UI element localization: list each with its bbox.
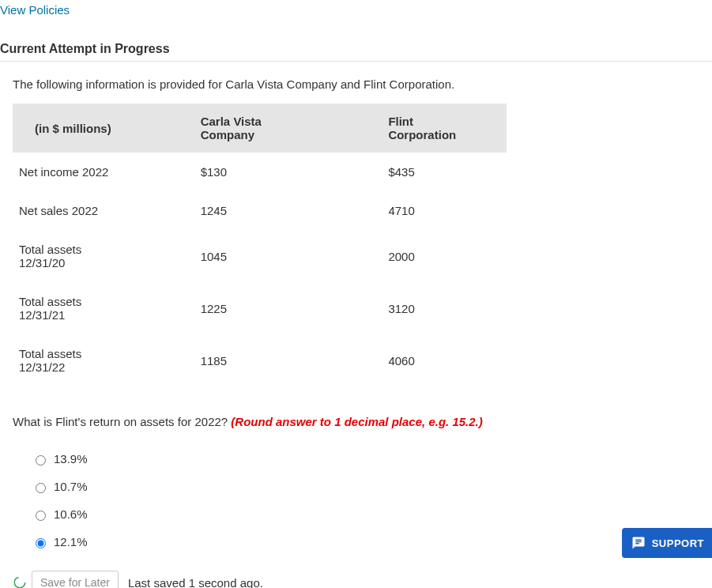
- row-value-b: 3120: [341, 282, 507, 334]
- row-value-a: 1185: [153, 334, 341, 386]
- question-content: The following information is provided fo…: [0, 61, 712, 548]
- option-row[interactable]: 13.9%: [32, 452, 699, 466]
- support-button[interactable]: SUPPORT: [622, 528, 712, 558]
- option-label: 10.7%: [54, 480, 88, 493]
- table-row: Net income 2022$130$435: [13, 153, 507, 191]
- financial-table: (in $ millions) Carla Vista Company Flin…: [13, 104, 507, 386]
- row-value-b: 4060: [341, 334, 507, 386]
- support-label: SUPPORT: [652, 537, 704, 549]
- intro-text: The following information is provided fo…: [13, 77, 699, 91]
- row-value-a: 1225: [153, 282, 341, 334]
- attempt-title: Current Attempt in Progress: [0, 42, 712, 56]
- chat-icon: [631, 536, 646, 550]
- option-label: 12.1%: [54, 535, 88, 548]
- option-row[interactable]: 10.6%: [32, 507, 699, 521]
- option-radio[interactable]: [36, 538, 46, 548]
- table-row: Total assets 12/31/2010452000: [13, 230, 507, 282]
- question-main: What is Flint's return on assets for 202…: [13, 415, 231, 428]
- answer-options: 13.9%10.7%10.6%12.1%: [13, 452, 699, 548]
- row-value-a: $130: [153, 153, 341, 191]
- option-label: 10.6%: [54, 507, 88, 521]
- table-row: Net sales 202212454710: [13, 191, 507, 230]
- row-label: Total assets 12/31/20: [13, 230, 153, 282]
- spinner-icon: [13, 575, 27, 588]
- table-header: Carla Vista Company: [153, 104, 341, 153]
- row-label: Net sales 2022: [13, 191, 153, 230]
- option-radio[interactable]: [36, 483, 46, 493]
- row-value-b: $435: [341, 153, 507, 191]
- save-status-text: Last saved 1 second ago.: [128, 576, 263, 589]
- row-label: Net income 2022: [13, 153, 153, 191]
- question-text: What is Flint's return on assets for 202…: [13, 415, 699, 428]
- table-row: Total assets 12/31/2211854060: [13, 334, 507, 386]
- option-row[interactable]: 12.1%: [32, 535, 699, 548]
- row-value-a: 1045: [153, 230, 341, 282]
- view-policies-link[interactable]: View Policies: [0, 0, 712, 17]
- table-header: Flint Corporation: [341, 104, 507, 153]
- table-header: (in $ millions): [13, 104, 153, 153]
- option-row[interactable]: 10.7%: [32, 480, 699, 493]
- row-value-b: 2000: [341, 230, 507, 282]
- option-radio[interactable]: [36, 511, 46, 521]
- row-label: Total assets 12/31/22: [13, 334, 153, 386]
- option-label: 13.9%: [54, 452, 88, 466]
- row-label: Total assets 12/31/21: [13, 282, 153, 334]
- question-hint: (Round answer to 1 decimal place, e.g. 1…: [231, 415, 482, 428]
- table-row: Total assets 12/31/2112253120: [13, 282, 507, 334]
- option-radio[interactable]: [36, 455, 46, 466]
- row-value-b: 4710: [341, 191, 507, 230]
- save-for-later-button[interactable]: Save for Later: [32, 571, 119, 588]
- bottom-bar: Save for Later Last saved 1 second ago.: [0, 571, 712, 588]
- row-value-a: 1245: [153, 191, 341, 230]
- svg-point-0: [14, 577, 25, 588]
